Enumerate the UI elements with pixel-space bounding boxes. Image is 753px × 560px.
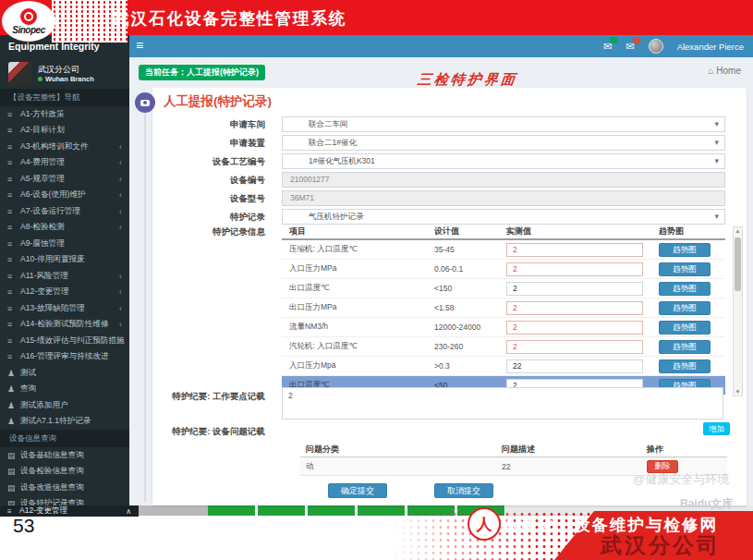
sidebar-item[interactable]: ≡ A11-风险管理 ‹ xyxy=(0,268,129,285)
field-control[interactable]: 1#催化气压机K301 ▾ xyxy=(282,153,725,169)
menu-item-icon: ≡ xyxy=(7,304,20,313)
measured-value-input[interactable]: 22 xyxy=(506,359,643,373)
sidebar-item[interactable]: ♟ 测试添加用户 xyxy=(0,397,129,414)
sidebar-item-collapsed[interactable]: ≡ A12-变更管理 ∧ xyxy=(0,505,139,517)
sidebar-item[interactable]: ▤ 设备改造信息查询 xyxy=(0,480,129,496)
table-scrollbar[interactable]: ▲ ▼ xyxy=(733,226,743,396)
sidebar-item[interactable]: ♟ 测试 xyxy=(0,365,129,382)
chevron-left-icon: ‹ xyxy=(116,223,122,232)
cell-item: 汽轮机: 入口温度℃ xyxy=(282,341,434,352)
breadcrumb-home[interactable]: ⌂ Home xyxy=(708,66,741,76)
measured-value-input[interactable]: 2 xyxy=(506,301,643,315)
chevron-down-icon: ▾ xyxy=(714,210,719,224)
scrollbar-thumb[interactable] xyxy=(735,237,741,291)
field-label: 申请装置 xyxy=(152,134,273,152)
field-control[interactable]: 联合二1#催化 ▾ xyxy=(282,135,725,151)
menu-item-icon: ≡ xyxy=(7,126,20,135)
messages-badge xyxy=(610,37,617,43)
chevron-left-icon: ‹ xyxy=(116,272,122,281)
trend-chart-button[interactable]: 趋势图 xyxy=(659,301,710,315)
menu-item-icon: ≡ xyxy=(7,287,20,297)
sidebar-item[interactable]: ≡ A1-方针政策 xyxy=(0,106,129,123)
table-row[interactable]: 出口温度℃ <150 2 趋势图 xyxy=(282,279,725,298)
sidebar-item[interactable]: ≡ A13-故障缺陷管理 ‹ xyxy=(0,300,129,317)
sidebar-menu: ≡ A1-方针政策 ≡ A2-目标计划 ≡ A3-机构培训和文件 ‹ xyxy=(0,106,129,430)
sidebar-item[interactable]: ≡ A12-变更管理 ‹ xyxy=(0,285,129,301)
field-value: 联合二车间 xyxy=(309,119,348,128)
table-row[interactable]: 压缩机: 入口温度℃ 35-45 2 趋势图 xyxy=(282,240,725,260)
measured-value-input[interactable]: 2 xyxy=(506,282,643,296)
field-control[interactable]: 210001277 ▾ xyxy=(282,172,725,188)
measured-value-input[interactable]: 2 xyxy=(506,321,643,335)
sidebar-item[interactable]: ≡ A8-检验检测 ‹ xyxy=(0,220,129,237)
worknotes-textarea[interactable]: 2 xyxy=(282,387,723,420)
measured-value-input[interactable]: 2 xyxy=(506,262,643,276)
branch-name: 武汉分公司 xyxy=(38,65,94,75)
messages-icon[interactable]: ✉ xyxy=(603,41,612,53)
table-row[interactable]: 流量NM3/h 12000-24000 2 趋势图 xyxy=(282,318,725,337)
cancel-button[interactable]: 取消提交 xyxy=(434,483,493,498)
table-row[interactable]: 出口压力MPa <1.58 2 趋势图 xyxy=(282,298,725,318)
sidebar-item[interactable]: ≡ A7-设备运行管理 ‹ xyxy=(0,203,129,220)
cell-item: 入口压力MPa xyxy=(282,263,434,274)
field-control[interactable]: 36M71 ▾ xyxy=(282,190,725,206)
sidebar-item[interactable]: ≡ A16-管理评审与持续改进 xyxy=(0,349,129,366)
trend-chart-button[interactable]: 趋势图 xyxy=(659,340,710,354)
submit-button[interactable]: 确定提交 xyxy=(328,483,387,498)
scroll-down-icon[interactable]: ▼ xyxy=(734,389,742,395)
record-table-body: 压缩机: 入口温度℃ 35-45 2 趋势图 入口压力MPa 0.06-0.1 … xyxy=(282,240,725,396)
sidebar-item[interactable]: ≡ A5-规章管理 ‹ xyxy=(0,171,129,188)
user-menu[interactable]: Alexander Pierce xyxy=(677,42,744,52)
sidebar-item[interactable]: ≡ A3-机构培训和文件 ‹ xyxy=(0,139,129,155)
chevron-left-icon: ‹ xyxy=(116,142,122,152)
sidebar-item-label: A10-停用闲置报废 xyxy=(20,254,85,265)
slide: Sinopec 武汉石化设备完整性管理系统 Equipment Integrit… xyxy=(0,0,753,560)
table-row[interactable]: 入口压力Mpa >0.3 22 趋势图 xyxy=(282,357,725,376)
sidebar-item[interactable]: ▤ 设备检验信息查询 xyxy=(0,464,129,481)
home-icon: ⌂ xyxy=(708,66,713,76)
trend-chart-button[interactable]: 趋势图 xyxy=(659,243,710,257)
scroll-up-icon[interactable]: ▲ xyxy=(734,228,742,234)
chevron-left-icon: ‹ xyxy=(116,207,122,216)
cell-item: 流量NM3/h xyxy=(282,322,434,333)
col-header-item: 项目 xyxy=(282,225,434,237)
cell-design-value: 0.06-0.1 xyxy=(434,264,506,274)
table-row[interactable]: 汽轮机: 入口温度℃ 230-260 2 趋势图 xyxy=(282,337,725,357)
sidebar-item[interactable]: ≡ A15-绩效评估与纠正预防措施 xyxy=(0,333,129,349)
sidebar-item[interactable]: ≡ A10-停用闲置报废 xyxy=(0,252,129,269)
field-control[interactable]: 气压机特护记录 ▾ xyxy=(282,209,725,225)
sidebar-query-header: 设备信息查询 xyxy=(0,430,129,447)
sidebar-item[interactable]: ▤ 设备基础信息查询 xyxy=(0,447,129,464)
cell-design-value: 35-45 xyxy=(434,245,506,254)
trend-chart-button[interactable]: 趋势图 xyxy=(659,262,710,276)
col-header-design: 设计值 xyxy=(434,225,506,237)
sidebar-item[interactable]: ≡ A2-目标计划 xyxy=(0,123,129,140)
menu-item-icon: ≡ xyxy=(7,223,20,232)
sidebar-item-label: A6-设备(使用)维护 xyxy=(20,189,86,201)
field-control[interactable]: 联合二车间 ▾ xyxy=(282,116,725,132)
sidebar-item[interactable]: ≡ A6-设备(使用)维护 ‹ xyxy=(0,188,129,204)
problem-table-header: 问题分类 问题描述 操作 xyxy=(300,443,727,457)
measured-value-input[interactable]: 2 xyxy=(506,340,643,354)
form-row: 设备型号 36M71 ▾ xyxy=(152,189,747,208)
app-title: 武汉石化设备完整性管理系统 xyxy=(113,7,347,30)
add-button[interactable]: 增加 xyxy=(703,422,730,435)
sidebar-toggle-icon[interactable]: ≡ xyxy=(136,35,143,57)
sidebar-item[interactable]: ≡ A4-费用管理 ‹ xyxy=(0,155,129,172)
notifications-icon[interactable]: ✉ xyxy=(625,41,634,53)
user-avatar[interactable] xyxy=(649,39,663,54)
sidebar-item[interactable]: ≡ A14-检验测试预防性维修 ‹ xyxy=(0,317,129,334)
measured-value-input[interactable]: 2 xyxy=(506,243,643,257)
sidebar-item[interactable]: ♟ 测试A7.1.1特护记录 xyxy=(0,414,129,431)
sidebar-item[interactable]: ≡ A9-腐蚀管理 xyxy=(0,236,129,252)
col-header-description: 问题描述 xyxy=(502,444,647,456)
cell-design-value: 12000-24000 xyxy=(434,323,506,332)
sidebar-item-label: 测试A7.1.1特护记录 xyxy=(20,416,91,427)
sidebar-item-label: 查询 xyxy=(20,383,36,395)
trend-chart-button[interactable]: 趋势图 xyxy=(659,321,710,335)
table-row[interactable]: 入口压力MPa 0.06-0.1 2 趋势图 xyxy=(282,260,725,279)
trend-chart-button[interactable]: 趋势图 xyxy=(659,359,710,373)
trend-chart-button[interactable]: 趋势图 xyxy=(659,282,710,296)
sidebar-item[interactable]: ♟ 查询 xyxy=(0,382,129,398)
menu-item-icon: ≡ xyxy=(7,142,20,152)
